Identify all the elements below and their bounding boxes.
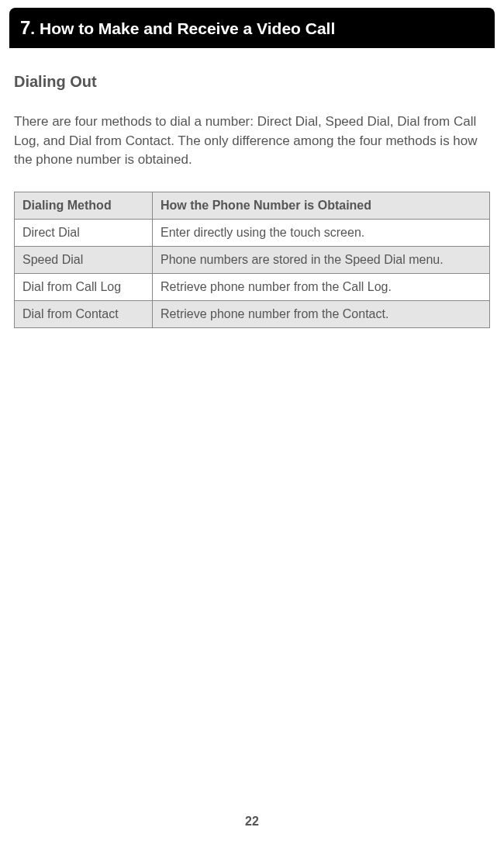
table-cell-method: Speed Dial bbox=[15, 246, 153, 273]
table-row: Dial from Contact Retrieve phone number … bbox=[15, 300, 490, 327]
table-row: Speed Dial Phone numbers are stored in t… bbox=[15, 246, 490, 273]
table-row: Direct Dial Enter directly using the tou… bbox=[15, 219, 490, 246]
table-cell-obtained: Phone numbers are stored in the Speed Di… bbox=[153, 246, 490, 273]
dialing-methods-table: Dialing Method How the Phone Number is O… bbox=[14, 192, 490, 328]
page-number: 22 bbox=[0, 815, 504, 829]
table-header-row: Dialing Method How the Phone Number is O… bbox=[15, 192, 490, 219]
table-row: Dial from Call Log Retrieve phone number… bbox=[15, 273, 490, 300]
intro-paragraph: There are four methods to dial a number:… bbox=[14, 112, 490, 170]
chapter-title: . How to Make and Receive a Video Call bbox=[30, 19, 335, 37]
table-cell-obtained: Enter directly using the touch screen. bbox=[153, 219, 490, 246]
section-header: 7. How to Make and Receive a Video Call bbox=[9, 8, 495, 48]
subsection-title: Dialing Out bbox=[14, 73, 490, 91]
page-content: Dialing Out There are four methods to di… bbox=[0, 73, 504, 328]
table-cell-method: Direct Dial bbox=[15, 219, 153, 246]
table-cell-obtained: Retrieve phone number from the Contact. bbox=[153, 300, 490, 327]
table-cell-method: Dial from Call Log bbox=[15, 273, 153, 300]
chapter-number: 7 bbox=[20, 17, 30, 38]
table-header-method: Dialing Method bbox=[15, 192, 153, 219]
table-header-obtained: How the Phone Number is Obtained bbox=[153, 192, 490, 219]
table-cell-obtained: Retrieve phone number from the Call Log. bbox=[153, 273, 490, 300]
table-cell-method: Dial from Contact bbox=[15, 300, 153, 327]
